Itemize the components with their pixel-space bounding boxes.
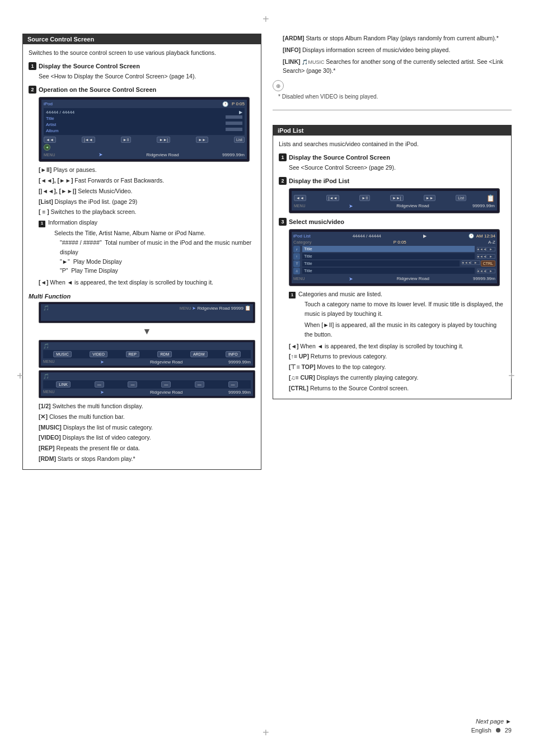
play-indicator: ▶ bbox=[239, 109, 242, 115]
desc-info-num: 1 Information display bbox=[39, 218, 255, 227]
ipod-list-controls: ◄◄ |◄◄ ►II ►►| ►► List 📋 bbox=[294, 194, 495, 202]
cat-icon-1: ♪ bbox=[293, 246, 300, 253]
marker-rdm: [RDM] bbox=[39, 455, 56, 462]
album-bar bbox=[226, 128, 242, 131]
cat-indent-text-2: When [►II] is appeared, all the music in… bbox=[305, 321, 496, 338]
btn-rdm[interactable]: RDM bbox=[157, 351, 172, 357]
marker-ardm: [ARDM] bbox=[283, 35, 305, 41]
text-close: Closes the multi function bar. bbox=[49, 413, 125, 420]
btn-dash5: — bbox=[228, 381, 238, 388]
source-control-section: Source Control Screen Switches to the so… bbox=[22, 34, 261, 470]
step2-label: Operation on the Source Control Screen bbox=[39, 86, 156, 93]
cat-row-1: ♪ Title ◄◄◄ ► bbox=[293, 246, 495, 253]
desc-up: [↑≡ UP] Returns to previous category. bbox=[289, 352, 505, 361]
desc-12: [1/2] Switches the multi function displa… bbox=[39, 402, 255, 411]
source-control-intro: Switches to the source control screen to… bbox=[29, 49, 255, 58]
scroll-control: ◄ bbox=[44, 144, 50, 151]
device-source: iPod bbox=[44, 101, 53, 106]
mf-inner-1: 🎵 MENU ➤ Ridgeview Road 99999 📋 bbox=[41, 304, 253, 321]
marker-12: [1/2] bbox=[39, 403, 51, 409]
step3-desc-list: 1 Categories and music are listed. Touch… bbox=[289, 290, 505, 393]
btn-ff[interactable]: ►► bbox=[196, 137, 208, 143]
mf3-price: 99999.99m bbox=[228, 390, 251, 395]
right-column: [ARDM] Starts or stops Album Random Play… bbox=[273, 34, 512, 734]
cat-az-label: A-Z bbox=[488, 240, 495, 245]
btn-link[interactable]: LINK bbox=[56, 381, 71, 388]
ipod-btn-prev[interactable]: |◄◄ bbox=[326, 195, 340, 201]
cat-location: Ridgeview Road bbox=[397, 276, 429, 281]
mf1-menu: MENU bbox=[180, 306, 191, 310]
playback-icon: ≡ bbox=[42, 209, 45, 215]
btn-rr[interactable]: ◄◄ bbox=[44, 137, 56, 143]
page-number: 29 bbox=[505, 727, 512, 734]
btn-dash4: — bbox=[195, 381, 204, 388]
title-bar bbox=[226, 115, 242, 119]
cat-name-3: Title bbox=[302, 260, 460, 267]
btn-play[interactable]: ►II bbox=[121, 137, 132, 143]
desc-link: [LINK] 🎵MUSIC Searches for another song … bbox=[283, 57, 512, 76]
btn-next[interactable]: ►►| bbox=[157, 137, 170, 143]
cat-source-label: iPod List bbox=[293, 234, 311, 239]
desc-close: [✕] Closes the multi function bar. bbox=[39, 412, 255, 422]
text-cat-num: Categories and music are listed. bbox=[298, 291, 382, 297]
btn-ardm[interactable]: ARDM bbox=[190, 351, 208, 357]
ipod-step1-desc: See <Source Control Screen> (page 29). bbox=[289, 164, 505, 172]
crosshair-right bbox=[507, 372, 518, 384]
ipod-btn-next[interactable]: ►►| bbox=[390, 195, 404, 201]
ipod-btn-rr[interactable]: ◄◄ bbox=[294, 195, 306, 201]
ipod-list-body: Lists and searches music/video contained… bbox=[273, 136, 511, 398]
mf3-location: Ridgeview Road bbox=[150, 390, 182, 395]
mf1-icon: 🎵 bbox=[43, 305, 49, 311]
mf3-source-icon: 🎵 bbox=[43, 374, 49, 379]
device-top-bar: iPod 🕐 P 0:05 bbox=[44, 101, 245, 107]
cat-row-2: ↑ Title ◄◄◄ ► bbox=[293, 253, 495, 260]
cat-clock-icon: 🕐 bbox=[469, 234, 474, 239]
source-control-header: Source Control Screen bbox=[23, 34, 261, 44]
ipod-step2-num: 2 bbox=[279, 177, 287, 185]
btn-list[interactable]: List bbox=[234, 137, 245, 143]
desc-music: [MUSIC] Displays the list of music categ… bbox=[39, 423, 255, 432]
album-label: Album bbox=[46, 128, 59, 134]
marker-playback: [ bbox=[39, 208, 41, 215]
ipod-btn-ff[interactable]: ►► bbox=[424, 195, 436, 201]
btn-prev[interactable]: |◄◄ bbox=[82, 137, 95, 143]
step2-title: 2 Operation on the Source Control Screen bbox=[29, 86, 255, 94]
title-row: Title bbox=[46, 115, 242, 122]
btn-dash3: — bbox=[161, 381, 171, 388]
text-ctrl: Returns to the Source Control screen. bbox=[310, 385, 409, 391]
mf-screen-3: 🎵 LINK — — — — — bbox=[39, 370, 255, 398]
ipod-step3-title: 3 Select music/video bbox=[279, 218, 505, 226]
ipod-step3-num: 3 bbox=[279, 218, 287, 226]
ipod-btn-list[interactable]: List bbox=[456, 195, 466, 201]
sub-play-mode: "►" Play Mode Display bbox=[60, 257, 255, 267]
clock-icon: 🕐 bbox=[222, 101, 228, 107]
cat-bar-4b: ► bbox=[486, 269, 495, 273]
info-sub: "##### / #####" Total number of music in… bbox=[60, 238, 255, 276]
ipod-btn-play[interactable]: ►II bbox=[359, 195, 370, 201]
ctrl-btn[interactable]: CTRL bbox=[481, 260, 495, 267]
info-num-badge: 1 bbox=[39, 221, 45, 227]
mf-inner-3: 🎵 LINK — — — — — bbox=[41, 372, 253, 396]
cat-bars-2: ◄◄◄ ► bbox=[477, 254, 495, 259]
btn-info[interactable]: INFO bbox=[226, 351, 241, 357]
btn-rep[interactable]: REP bbox=[126, 351, 139, 357]
marker-rep: [REP] bbox=[39, 445, 55, 451]
ipod-list-title: iPod List bbox=[278, 127, 303, 134]
cat-bar-3a: ◄◄◄ bbox=[462, 260, 471, 265]
cat-rows: ♪ Title ◄◄◄ ► ↑ T bbox=[293, 246, 495, 274]
btn-dash1: — bbox=[95, 381, 104, 388]
cat-price: 99999.99m bbox=[473, 276, 495, 281]
ipod-step1-label: Display the Source Control Screen bbox=[289, 154, 390, 161]
text-skip: Selects Music/Video. bbox=[78, 188, 132, 194]
desc-scroll: [◄] When ◄ is appeared, the text display… bbox=[39, 278, 255, 287]
text-cur: Displays the currently playing category. bbox=[317, 374, 419, 381]
text-info-btn: Displays information screen of music/vid… bbox=[302, 46, 450, 53]
btn-music[interactable]: MUSIC bbox=[53, 351, 72, 357]
text-up: Returns to previous category. bbox=[311, 353, 387, 360]
crosshair-bottom bbox=[261, 729, 273, 740]
step1-title: 1 Display the Source Control Screen bbox=[29, 62, 255, 70]
mf3-bottom: MENU ➤ Ridgeview Road 99999.99m bbox=[43, 390, 251, 395]
btn-video[interactable]: VIDEO bbox=[90, 351, 107, 357]
ipod-list-bottom: MENU ➤ Ridgeview Road 99999.99m bbox=[294, 203, 495, 209]
next-page-label: Next page ► bbox=[476, 718, 512, 725]
